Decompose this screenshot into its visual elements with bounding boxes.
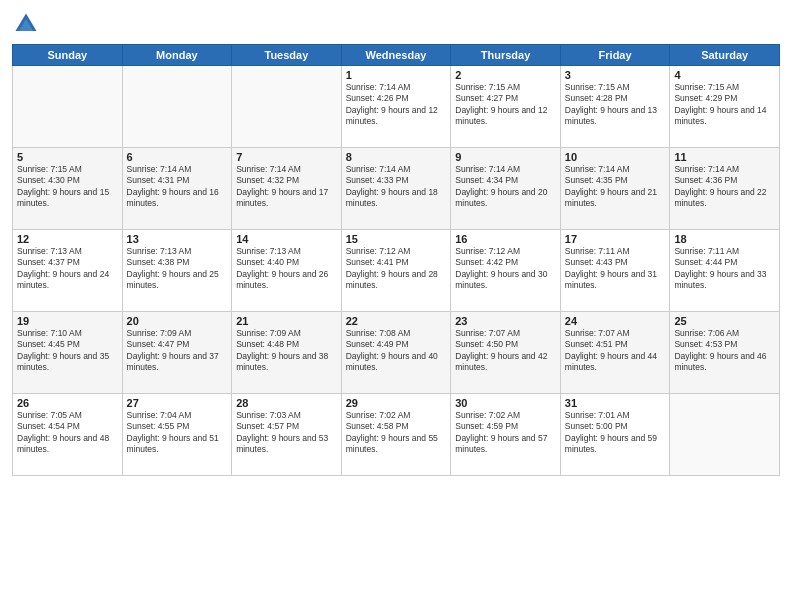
day-number: 13: [127, 233, 228, 245]
day-info: Sunrise: 7:12 AMSunset: 4:42 PMDaylight:…: [455, 246, 556, 292]
day-number: 4: [674, 69, 775, 81]
calendar-week-row: 1Sunrise: 7:14 AMSunset: 4:26 PMDaylight…: [13, 66, 780, 148]
day-header: Tuesday: [232, 45, 342, 66]
day-info: Sunrise: 7:15 AMSunset: 4:30 PMDaylight:…: [17, 164, 118, 210]
day-info: Sunrise: 7:15 AMSunset: 4:29 PMDaylight:…: [674, 82, 775, 128]
calendar-cell: 16Sunrise: 7:12 AMSunset: 4:42 PMDayligh…: [451, 230, 561, 312]
day-number: 1: [346, 69, 447, 81]
calendar-cell: 12Sunrise: 7:13 AMSunset: 4:37 PMDayligh…: [13, 230, 123, 312]
day-number: 19: [17, 315, 118, 327]
day-number: 9: [455, 151, 556, 163]
calendar-cell: 29Sunrise: 7:02 AMSunset: 4:58 PMDayligh…: [341, 394, 451, 476]
calendar-cell: 28Sunrise: 7:03 AMSunset: 4:57 PMDayligh…: [232, 394, 342, 476]
calendar-cell: 21Sunrise: 7:09 AMSunset: 4:48 PMDayligh…: [232, 312, 342, 394]
day-header: Saturday: [670, 45, 780, 66]
calendar-cell: [13, 66, 123, 148]
day-number: 30: [455, 397, 556, 409]
calendar-cell: 31Sunrise: 7:01 AMSunset: 5:00 PMDayligh…: [560, 394, 670, 476]
day-info: Sunrise: 7:10 AMSunset: 4:45 PMDaylight:…: [17, 328, 118, 374]
calendar-cell: 23Sunrise: 7:07 AMSunset: 4:50 PMDayligh…: [451, 312, 561, 394]
day-number: 26: [17, 397, 118, 409]
day-info: Sunrise: 7:07 AMSunset: 4:50 PMDaylight:…: [455, 328, 556, 374]
day-number: 14: [236, 233, 337, 245]
day-number: 11: [674, 151, 775, 163]
day-number: 15: [346, 233, 447, 245]
calendar-cell: [232, 66, 342, 148]
day-info: Sunrise: 7:06 AMSunset: 4:53 PMDaylight:…: [674, 328, 775, 374]
day-header: Wednesday: [341, 45, 451, 66]
day-number: 28: [236, 397, 337, 409]
calendar-cell: 22Sunrise: 7:08 AMSunset: 4:49 PMDayligh…: [341, 312, 451, 394]
calendar-cell: 1Sunrise: 7:14 AMSunset: 4:26 PMDaylight…: [341, 66, 451, 148]
day-info: Sunrise: 7:07 AMSunset: 4:51 PMDaylight:…: [565, 328, 666, 374]
day-info: Sunrise: 7:15 AMSunset: 4:28 PMDaylight:…: [565, 82, 666, 128]
day-number: 10: [565, 151, 666, 163]
calendar-cell: 3Sunrise: 7:15 AMSunset: 4:28 PMDaylight…: [560, 66, 670, 148]
day-info: Sunrise: 7:04 AMSunset: 4:55 PMDaylight:…: [127, 410, 228, 456]
day-info: Sunrise: 7:12 AMSunset: 4:41 PMDaylight:…: [346, 246, 447, 292]
day-info: Sunrise: 7:08 AMSunset: 4:49 PMDaylight:…: [346, 328, 447, 374]
day-header-row: SundayMondayTuesdayWednesdayThursdayFrid…: [13, 45, 780, 66]
day-number: 2: [455, 69, 556, 81]
day-number: 31: [565, 397, 666, 409]
calendar-cell: 13Sunrise: 7:13 AMSunset: 4:38 PMDayligh…: [122, 230, 232, 312]
calendar-cell: 10Sunrise: 7:14 AMSunset: 4:35 PMDayligh…: [560, 148, 670, 230]
day-number: 29: [346, 397, 447, 409]
calendar-cell: 25Sunrise: 7:06 AMSunset: 4:53 PMDayligh…: [670, 312, 780, 394]
day-info: Sunrise: 7:14 AMSunset: 4:34 PMDaylight:…: [455, 164, 556, 210]
day-number: 25: [674, 315, 775, 327]
calendar-week-row: 5Sunrise: 7:15 AMSunset: 4:30 PMDaylight…: [13, 148, 780, 230]
day-info: Sunrise: 7:09 AMSunset: 4:48 PMDaylight:…: [236, 328, 337, 374]
calendar-week-row: 19Sunrise: 7:10 AMSunset: 4:45 PMDayligh…: [13, 312, 780, 394]
calendar-cell: 27Sunrise: 7:04 AMSunset: 4:55 PMDayligh…: [122, 394, 232, 476]
day-info: Sunrise: 7:13 AMSunset: 4:37 PMDaylight:…: [17, 246, 118, 292]
day-info: Sunrise: 7:02 AMSunset: 4:58 PMDaylight:…: [346, 410, 447, 456]
calendar-cell: 9Sunrise: 7:14 AMSunset: 4:34 PMDaylight…: [451, 148, 561, 230]
calendar-cell: 20Sunrise: 7:09 AMSunset: 4:47 PMDayligh…: [122, 312, 232, 394]
calendar-cell: 30Sunrise: 7:02 AMSunset: 4:59 PMDayligh…: [451, 394, 561, 476]
day-info: Sunrise: 7:11 AMSunset: 4:43 PMDaylight:…: [565, 246, 666, 292]
day-number: 21: [236, 315, 337, 327]
day-info: Sunrise: 7:02 AMSunset: 4:59 PMDaylight:…: [455, 410, 556, 456]
calendar-cell: 7Sunrise: 7:14 AMSunset: 4:32 PMDaylight…: [232, 148, 342, 230]
day-number: 6: [127, 151, 228, 163]
day-info: Sunrise: 7:14 AMSunset: 4:31 PMDaylight:…: [127, 164, 228, 210]
calendar-cell: 19Sunrise: 7:10 AMSunset: 4:45 PMDayligh…: [13, 312, 123, 394]
day-info: Sunrise: 7:14 AMSunset: 4:36 PMDaylight:…: [674, 164, 775, 210]
day-number: 18: [674, 233, 775, 245]
day-info: Sunrise: 7:09 AMSunset: 4:47 PMDaylight:…: [127, 328, 228, 374]
logo-icon: [12, 10, 40, 38]
day-header: Friday: [560, 45, 670, 66]
day-header: Monday: [122, 45, 232, 66]
day-number: 24: [565, 315, 666, 327]
day-header: Sunday: [13, 45, 123, 66]
calendar-cell: 18Sunrise: 7:11 AMSunset: 4:44 PMDayligh…: [670, 230, 780, 312]
calendar-cell: 24Sunrise: 7:07 AMSunset: 4:51 PMDayligh…: [560, 312, 670, 394]
day-number: 3: [565, 69, 666, 81]
day-number: 17: [565, 233, 666, 245]
day-number: 5: [17, 151, 118, 163]
calendar-cell: 15Sunrise: 7:12 AMSunset: 4:41 PMDayligh…: [341, 230, 451, 312]
header: [12, 10, 780, 38]
day-number: 23: [455, 315, 556, 327]
calendar-cell: 4Sunrise: 7:15 AMSunset: 4:29 PMDaylight…: [670, 66, 780, 148]
calendar-cell: 11Sunrise: 7:14 AMSunset: 4:36 PMDayligh…: [670, 148, 780, 230]
calendar-week-row: 12Sunrise: 7:13 AMSunset: 4:37 PMDayligh…: [13, 230, 780, 312]
day-info: Sunrise: 7:01 AMSunset: 5:00 PMDaylight:…: [565, 410, 666, 456]
day-number: 16: [455, 233, 556, 245]
logo: [12, 10, 44, 38]
page: SundayMondayTuesdayWednesdayThursdayFrid…: [0, 0, 792, 612]
day-number: 8: [346, 151, 447, 163]
day-info: Sunrise: 7:14 AMSunset: 4:26 PMDaylight:…: [346, 82, 447, 128]
calendar-week-row: 26Sunrise: 7:05 AMSunset: 4:54 PMDayligh…: [13, 394, 780, 476]
day-info: Sunrise: 7:15 AMSunset: 4:27 PMDaylight:…: [455, 82, 556, 128]
day-info: Sunrise: 7:13 AMSunset: 4:40 PMDaylight:…: [236, 246, 337, 292]
day-info: Sunrise: 7:13 AMSunset: 4:38 PMDaylight:…: [127, 246, 228, 292]
day-info: Sunrise: 7:03 AMSunset: 4:57 PMDaylight:…: [236, 410, 337, 456]
day-number: 12: [17, 233, 118, 245]
calendar-cell: 14Sunrise: 7:13 AMSunset: 4:40 PMDayligh…: [232, 230, 342, 312]
calendar-cell: [670, 394, 780, 476]
day-info: Sunrise: 7:11 AMSunset: 4:44 PMDaylight:…: [674, 246, 775, 292]
day-number: 22: [346, 315, 447, 327]
calendar-cell: 8Sunrise: 7:14 AMSunset: 4:33 PMDaylight…: [341, 148, 451, 230]
